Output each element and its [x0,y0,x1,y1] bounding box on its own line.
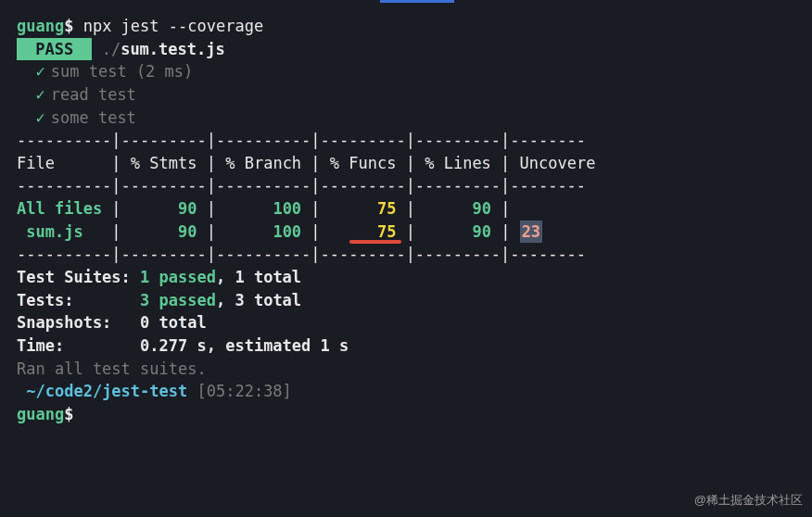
cell-lines: 90 [415,222,501,241]
table-divider: ----------|---------|----------|--------… [17,174,795,197]
prompt-dollar: $ [64,17,73,35]
cell-funcs [321,222,377,241]
check-icon: ✓ [35,85,44,104]
cwd-line: ~/code2/jest-test [05:22:38] [17,380,795,403]
cell-lines: 90 [415,199,501,218]
cwd-time: [05:22:38] [187,382,292,400]
test-name: read test [51,85,136,104]
uncovered-line: 23 [520,221,542,244]
test-result-3: ✓some test [17,107,795,130]
table-header: File | % Stmts | % Branch | % Funcs | % … [17,152,795,175]
rest: , 1 total [216,268,301,286]
prompt-dollar: $ [64,405,73,423]
cell-branch: 100 [216,199,311,218]
label: Tests: [17,291,131,309]
prompt-user: guang [17,17,64,35]
val: 0.277 s, estimated 1 s [140,336,349,355]
cell-stmts: 90 [121,222,207,241]
prompt-line[interactable]: guang$ [17,403,795,426]
label: Test Suites: [17,268,131,286]
watermark: @稀土掘金技术社区 [694,492,803,510]
top-indicator [380,0,454,3]
cell-file: All files [17,199,111,218]
check-icon: ✓ [35,108,44,127]
test-time: (2 ms) [136,62,193,81]
test-name: some test [51,108,136,127]
table-divider: ----------|---------|----------|--------… [17,129,795,152]
test-result-1: ✓sum test (2 ms) [17,60,795,83]
val: 0 total [140,313,207,332]
pass-badge: PASS [17,38,92,61]
ran-msg: Ran all test suites. [17,358,795,381]
cell-stmts: 90 [121,199,207,218]
table-divider: ----------|---------|----------|--------… [17,243,795,266]
label: Time: [17,336,131,355]
col-uncov: Uncovere [510,154,595,172]
col-funcs: % Funcs [321,154,406,172]
cell-funcs-val: 75 [377,199,396,218]
col-stmts: % Stmts [121,154,207,172]
cell-funcs-val: 75 [377,222,396,241]
passed: 3 passed [140,291,216,309]
summary-tests: Tests: 3 passed, 3 total [17,289,795,312]
table-row: sum.js | 90 | 100 | 75 | 90 | 23 [17,221,795,244]
col-file: File [17,154,111,172]
label: Snapshots: [17,313,131,332]
cwd-path: ~/code2/jest-test [26,382,187,400]
command: npx jest --coverage [73,17,263,35]
summary-time: Time: 0.277 s, estimated 1 s [17,334,795,358]
prompt-user: guang [17,405,64,423]
summary-suites: Test Suites: 1 passed, 1 total [17,266,795,289]
terminal-output: guang$ npx jest --coverage PASS ./sum.te… [17,15,795,426]
summary-snaps: Snapshots: 0 total [17,311,795,334]
cell-branch: 100 [216,222,311,241]
check-icon: ✓ [35,62,44,81]
col-lines: % Lines [415,154,501,172]
command-line[interactable]: guang$ npx jest --coverage [17,15,795,38]
passed: 1 passed [140,268,216,286]
test-filename: sum.test.js [121,40,225,58]
col-branch: % Branch [216,154,311,172]
path-prefix: ./ [92,40,121,58]
test-result-2: ✓read test [17,83,795,107]
rest: , 3 total [216,291,301,309]
cell-file: sum.js [17,222,111,241]
table-row: All files | 90 | 100 | 75 | 90 | [17,197,795,221]
cell-funcs [321,199,377,218]
pass-line: PASS ./sum.test.js [17,38,795,61]
test-name: sum test [51,62,127,81]
